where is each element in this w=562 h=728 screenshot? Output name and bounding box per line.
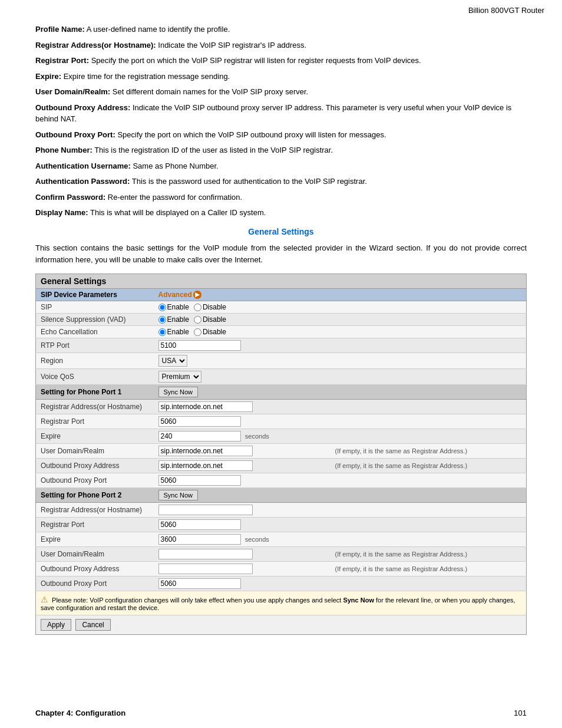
region-row: Region USA — [36, 353, 527, 369]
warning-icon: ⚠ — [41, 595, 48, 604]
echo-cancellation-label: Echo Cancellation — [36, 326, 154, 338]
silence-suppression-label: Silence Suppression (VAD) — [36, 314, 154, 326]
port1-registrar-address-label: Registrar Address(or Hostname) — [36, 400, 154, 414]
port1-registrar-port-input[interactable] — [158, 416, 241, 427]
port1-registrar-address-row: Registrar Address(or Hostname) — [36, 400, 527, 414]
param-profile-name: Profile Name: A user-defined name to ide… — [35, 24, 527, 35]
port2-outbound-proxy-address-label: Outbound Proxy Address — [36, 562, 154, 577]
sip-disable-radio[interactable] — [194, 304, 201, 311]
param-outbound-proxy-port: Outbound Proxy Port: Specify the port on… — [35, 129, 527, 141]
intro-text: This section contains the basic settings… — [35, 242, 527, 267]
phone-port2-header-label: Setting for Phone Port 2 — [36, 488, 154, 503]
port2-registrar-port-row: Registrar Port — [36, 518, 527, 532]
sip-row: SIP Enable Disable — [36, 301, 527, 314]
echo-cancellation-row: Echo Cancellation Enable Disable — [36, 326, 527, 338]
advanced-link[interactable]: Advanced ▶ — [158, 291, 201, 299]
region-select[interactable]: USA — [158, 355, 187, 367]
echo-enable-radio[interactable] — [158, 328, 166, 336]
param-auth-password: Authentication Password: This is the pas… — [35, 176, 527, 187]
voice-qos-label: Voice QoS — [36, 369, 154, 385]
port2-registrar-address-label: Registrar Address(or Hostname) — [36, 503, 154, 518]
sip-disable-label[interactable]: Disable — [194, 303, 226, 311]
port1-registrar-port-row: Registrar Port — [36, 414, 527, 429]
param-outbound-proxy-address: Outbound Proxy Address: Indicate the VoI… — [35, 102, 527, 125]
phone-port2-header-row: Setting for Phone Port 2 Sync Now — [36, 488, 527, 503]
content-area: Profile Name: A user-defined name to ide… — [0, 18, 562, 641]
port1-outbound-proxy-address-input[interactable] — [158, 460, 253, 471]
param-registrar-port: Registrar Port: Specify the port on whic… — [35, 55, 527, 67]
port2-registrar-address-input[interactable] — [158, 505, 253, 515]
param-descriptions: Profile Name: A user-defined name to ide… — [35, 24, 527, 219]
port1-user-domain-input[interactable] — [158, 446, 253, 456]
sip-device-params-header: SIP Device Parameters Advanced ▶ — [36, 289, 527, 301]
param-display-name: Display Name: This is what will be displ… — [35, 207, 527, 219]
param-phone-number: Phone Number: This is the registration I… — [35, 144, 527, 156]
header-title: Billion 800VGT Router — [468, 6, 544, 15]
silence-enable-radio[interactable] — [158, 316, 166, 324]
sip-device-params-label: SIP Device Parameters — [36, 289, 154, 301]
rtp-port-input[interactable] — [158, 340, 241, 351]
port2-outbound-proxy-address-hint: (If empty, it is the same as Registrar A… — [330, 562, 527, 577]
port1-user-domain-label: User Domain/Realm — [36, 444, 154, 459]
voice-qos-select[interactable]: Premium — [158, 371, 201, 383]
port2-expire-input[interactable] — [158, 534, 241, 545]
port2-outbound-proxy-port-input[interactable] — [158, 578, 241, 589]
port2-user-domain-row: User Domain/Realm (If empty, it is the s… — [36, 547, 527, 562]
echo-disable-label[interactable]: Disable — [194, 328, 226, 336]
sip-enable-label[interactable]: Enable — [158, 303, 189, 311]
port2-outbound-proxy-address-row: Outbound Proxy Address (If empty, it is … — [36, 562, 527, 577]
general-settings-table: General Settings SIP Device Parameters A… — [35, 274, 527, 635]
param-confirm-password: Confirm Password: Re-enter the password … — [35, 192, 527, 203]
port1-outbound-proxy-port-label: Outbound Proxy Port — [36, 473, 154, 488]
phone-port2-sync-button[interactable]: Sync Now — [158, 490, 199, 500]
sip-enable-radio[interactable] — [158, 304, 166, 311]
sip-radio-group: Enable Disable — [158, 303, 326, 311]
port2-user-domain-label: User Domain/Realm — [36, 547, 154, 562]
cancel-button[interactable]: Cancel — [75, 619, 110, 631]
page-footer: Chapter 4: Configuration 101 — [0, 709, 562, 717]
port1-registrar-address-input[interactable] — [158, 401, 253, 412]
silence-suppression-row: Silence Suppression (VAD) Enable Disable — [36, 314, 527, 326]
rtp-port-label: RTP Port — [36, 338, 154, 353]
port1-user-domain-row: User Domain/Realm (If empty, it is the s… — [36, 444, 527, 459]
port2-user-domain-hint: (If empty, it is the same as Registrar A… — [330, 547, 527, 562]
silence-disable-label[interactable]: Disable — [194, 315, 226, 324]
region-label: Region — [36, 353, 154, 369]
echo-radio-group: Enable Disable — [158, 328, 326, 336]
note-text: ⚠ Please note: VoIP configuration change… — [36, 591, 527, 615]
voice-qos-row: Voice QoS Premium — [36, 369, 527, 385]
general-settings-heading: General Settings — [35, 227, 527, 236]
port2-registrar-port-input[interactable] — [158, 519, 241, 530]
param-expire: Expire: Expire time for the registration… — [35, 71, 527, 83]
port2-outbound-proxy-port-label: Outbound Proxy Port — [36, 577, 154, 591]
port2-registrar-port-label: Registrar Port — [36, 518, 154, 532]
apply-button[interactable]: Apply — [41, 619, 71, 631]
port2-expire-label: Expire — [36, 532, 154, 547]
silence-radio-group: Enable Disable — [158, 315, 326, 324]
port2-outbound-proxy-address-input[interactable] — [158, 564, 253, 574]
param-auth-username: Authentication Username: Same as Phone N… — [35, 160, 527, 172]
phone-port1-sync-button[interactable]: Sync Now — [158, 387, 199, 397]
note-row: ⚠ Please note: VoIP configuration change… — [36, 591, 527, 615]
port1-expire-hint: seconds — [245, 433, 269, 440]
table-title: General Settings — [36, 274, 527, 289]
port2-outbound-proxy-port-row: Outbound Proxy Port — [36, 577, 527, 591]
phone-port1-header-label: Setting for Phone Port 1 — [36, 385, 154, 400]
echo-disable-radio[interactable] — [194, 328, 201, 336]
sip-label: SIP — [36, 301, 154, 314]
port2-user-domain-input[interactable] — [158, 549, 253, 559]
port1-outbound-proxy-port-input[interactable] — [158, 475, 241, 486]
port1-expire-input[interactable] — [158, 431, 241, 442]
port2-expire-hint: seconds — [245, 536, 269, 543]
port1-expire-row: Expire seconds — [36, 429, 527, 444]
port2-registrar-address-row: Registrar Address(or Hostname) — [36, 503, 527, 518]
footer-page: 101 — [514, 709, 527, 717]
advanced-arrow-icon: ▶ — [193, 291, 201, 299]
footer-chapter: Chapter 4: Configuration — [35, 709, 125, 717]
silence-disable-radio[interactable] — [194, 316, 201, 324]
port1-outbound-proxy-address-row: Outbound Proxy Address (If empty, it is … — [36, 459, 527, 473]
echo-enable-label[interactable]: Enable — [158, 328, 189, 336]
silence-enable-label[interactable]: Enable — [158, 315, 189, 324]
rtp-port-row: RTP Port — [36, 338, 527, 353]
param-user-domain: User Domain/Realm: Set different domain … — [35, 86, 527, 98]
